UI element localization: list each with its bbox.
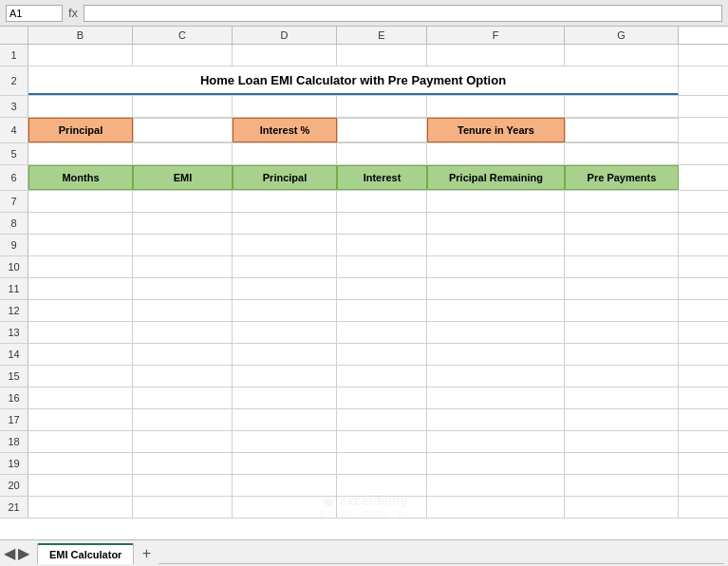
cell-c7[interactable] [133,191,233,212]
cell-d8[interactable] [233,213,337,234]
cell-d18[interactable] [233,431,337,452]
cell-b16[interactable] [28,387,133,408]
cell-f13[interactable] [427,322,565,343]
cell-e12[interactable] [337,300,427,321]
cell-e11[interactable] [337,278,427,299]
cell-g8[interactable] [565,213,679,234]
cell-f16[interactable] [427,387,565,408]
col-header-g[interactable]: G [565,27,679,44]
cell-d3[interactable] [233,96,337,117]
cell-c17[interactable] [133,409,233,430]
cell-f19[interactable] [427,453,565,474]
cell-f14[interactable] [427,344,565,365]
cell-c21[interactable] [133,497,233,518]
cell-g20[interactable] [565,475,679,496]
cell-f21[interactable] [427,497,565,518]
cell-b4-principal[interactable]: Principal [28,118,133,142]
scroll-left-icon[interactable]: ◀ [4,544,15,562]
cell-g5[interactable] [565,143,679,164]
cell-g9[interactable] [565,235,679,255]
cell-g13[interactable] [565,322,679,343]
cell-f12[interactable] [427,300,565,321]
cell-f15[interactable] [427,366,565,387]
cell-c11[interactable] [133,278,233,299]
cell-b9[interactable] [28,235,133,255]
cell-b8[interactable] [28,213,133,234]
cell-g15[interactable] [565,366,679,387]
cell-f1[interactable] [427,45,565,66]
sheet-tab-emi-calculator[interactable]: EMI Calculator [37,543,134,564]
cell-b20[interactable] [28,475,133,496]
name-box[interactable] [6,5,63,22]
cell-e3[interactable] [337,96,427,117]
formula-input[interactable] [84,5,722,22]
cell-f17[interactable] [427,409,565,430]
col-header-f[interactable]: F [427,27,565,44]
cell-b13[interactable] [28,322,133,343]
cell-c14[interactable] [133,344,233,365]
cell-g4[interactable] [565,118,679,142]
cell-b17[interactable] [28,409,133,430]
cell-b11[interactable] [28,278,133,299]
cell-f3[interactable] [427,96,565,117]
cell-c8[interactable] [133,213,233,234]
cell-c16[interactable] [133,387,233,408]
cell-e13[interactable] [337,322,427,343]
cell-e7[interactable] [337,191,427,212]
cell-d4-interest[interactable]: Interest % [233,118,337,142]
cell-e8[interactable] [337,213,427,234]
cell-c15[interactable] [133,366,233,387]
cell-d20[interactable] [233,475,337,496]
col-header-d[interactable]: D [233,27,337,44]
cell-g18[interactable] [565,431,679,452]
cell-c3[interactable] [133,96,233,117]
col-header-e[interactable]: E [337,27,427,44]
cell-d1[interactable] [233,45,337,66]
cell-g16[interactable] [565,387,679,408]
cell-g6-prepayments[interactable]: Pre Payments [565,165,679,190]
add-sheet-button[interactable]: + [136,543,157,564]
cell-g1[interactable] [565,45,679,66]
cell-d10[interactable] [233,256,337,277]
cell-f4-tenure[interactable]: Tenure in Years [427,118,565,142]
cell-c12[interactable] [133,300,233,321]
cell-f8[interactable] [427,213,565,234]
cell-d5[interactable] [233,143,337,164]
cell-e5[interactable] [337,143,427,164]
cell-b19[interactable] [28,453,133,474]
cell-d9[interactable] [233,235,337,255]
cell-b7[interactable] [28,191,133,212]
cell-f5[interactable] [427,143,565,164]
cell-d17[interactable] [233,409,337,430]
cell-d16[interactable] [233,387,337,408]
cell-title[interactable]: Home Loan EMI Calculator with Pre Paymen… [28,66,679,95]
cell-g17[interactable] [565,409,679,430]
cell-d11[interactable] [233,278,337,299]
cell-b10[interactable] [28,256,133,277]
cell-e16[interactable] [337,387,427,408]
cell-d15[interactable] [233,366,337,387]
cell-c9[interactable] [133,235,233,255]
cell-c20[interactable] [133,475,233,496]
cell-d12[interactable] [233,300,337,321]
cell-b3[interactable] [28,96,133,117]
cell-d6-principal[interactable]: Principal [233,165,337,190]
cell-e15[interactable] [337,366,427,387]
cell-c10[interactable] [133,256,233,277]
col-header-c[interactable]: C [133,27,233,44]
cell-e1[interactable] [337,45,427,66]
cell-d21[interactable] [233,497,337,518]
cell-c19[interactable] [133,453,233,474]
cell-e20[interactable] [337,475,427,496]
cell-g21[interactable] [565,497,679,518]
cell-b6-months[interactable]: Months [28,165,133,190]
cell-d7[interactable] [233,191,337,212]
cell-e10[interactable] [337,256,427,277]
cell-c4[interactable] [133,118,233,142]
cell-f20[interactable] [427,475,565,496]
cell-e18[interactable] [337,431,427,452]
cell-e14[interactable] [337,344,427,365]
cell-b14[interactable] [28,344,133,365]
cell-d19[interactable] [233,453,337,474]
cell-e6-interest[interactable]: Interest [337,165,427,190]
